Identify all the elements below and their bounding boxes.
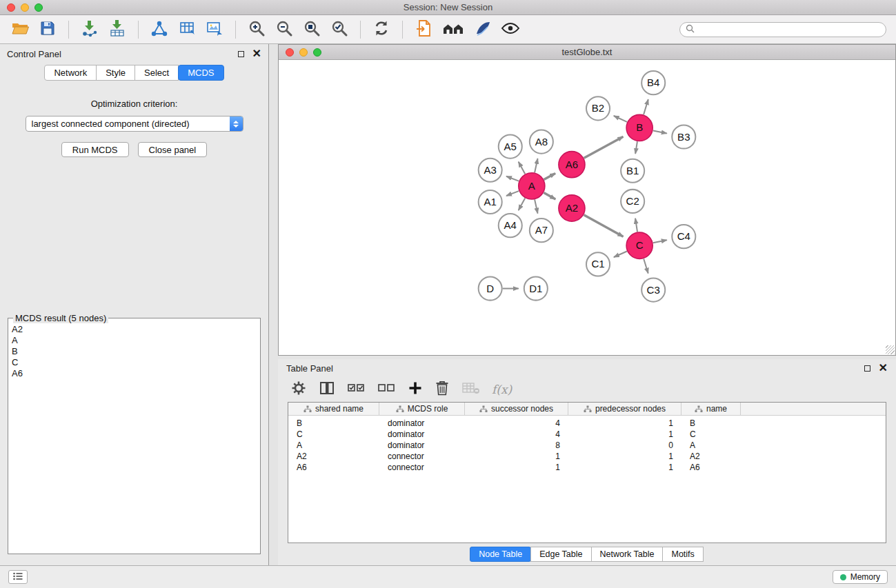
apply-layout-button[interactable]: [368, 19, 395, 41]
gear-icon[interactable]: [290, 380, 307, 399]
validate-button[interactable]: [470, 19, 496, 41]
add-table-button[interactable]: [174, 19, 200, 41]
network-canvas[interactable]: B4B2BB3A8A5A6A3B1AC2A1A2A4A7C4CC1DD1C3: [279, 60, 895, 355]
graph-edge-C-C4[interactable]: [653, 240, 667, 243]
mcds-result-item[interactable]: A6: [12, 368, 257, 379]
zoom-selected-button[interactable]: [326, 19, 352, 41]
mcds-result-item[interactable]: A: [12, 335, 257, 346]
graph-edge-C-C2[interactable]: [635, 219, 637, 232]
graph-node-B3[interactable]: B3: [672, 125, 695, 148]
select-column-icon[interactable]: [319, 380, 335, 399]
column-header-successor-nodes[interactable]: successor nodes: [465, 403, 568, 415]
tab-select[interactable]: Select: [135, 65, 179, 81]
mcds-result-item[interactable]: C: [12, 357, 257, 368]
new-network-button[interactable]: [146, 19, 172, 41]
graph-node-B[interactable]: B: [626, 114, 653, 141]
graph-edge-A2-C[interactable]: [584, 215, 623, 236]
graph-edge-A6-B[interactable]: [584, 136, 624, 158]
mcds-result-item[interactable]: A2: [12, 324, 257, 335]
delete-column-icon[interactable]: [435, 380, 450, 399]
graph-node-A[interactable]: A: [519, 173, 545, 199]
zoom-fit-button[interactable]: [299, 19, 325, 41]
network-zoom-button[interactable]: [313, 48, 321, 57]
tab-mcds[interactable]: MCDS: [178, 65, 223, 81]
add-column-icon[interactable]: [408, 381, 423, 398]
graph-node-C1[interactable]: C1: [586, 252, 610, 276]
network-graph[interactable]: B4B2BB3A8A5A6A3B1AC2A1A2A4A7C4CC1DD1C3: [279, 60, 895, 355]
table-row[interactable]: A6connector11A6: [288, 462, 886, 473]
close-window-button[interactable]: [7, 3, 15, 12]
column-header-mcds-role[interactable]: MCDS role: [379, 403, 465, 415]
zoom-out-button[interactable]: [271, 19, 297, 41]
graph-edge-C-C3[interactable]: [644, 258, 648, 273]
graph-edge-A-A5[interactable]: [519, 162, 526, 174]
tab-edge-table[interactable]: Edge Table: [530, 547, 591, 562]
graph-edge-B-B4[interactable]: [644, 99, 648, 114]
import-network-button[interactable]: [77, 19, 103, 41]
search-input[interactable]: [699, 25, 880, 34]
graph-edge-A-A7[interactable]: [535, 199, 537, 213]
window-titlebar[interactable]: Session: New Session: [0, 0, 896, 15]
graph-node-C3[interactable]: C3: [641, 278, 665, 301]
export-image-button[interactable]: [201, 19, 228, 41]
graph-node-A3[interactable]: A3: [479, 159, 502, 182]
graph-node-A8[interactable]: A8: [530, 130, 553, 153]
graph-node-A4[interactable]: A4: [499, 214, 522, 237]
float-table-panel-icon[interactable]: [864, 365, 870, 372]
graph-node-A1[interactable]: A1: [479, 190, 502, 214]
graph-edge-B-B3[interactable]: [653, 130, 667, 133]
graph-node-D1[interactable]: D1: [524, 276, 548, 300]
table-row[interactable]: Bdominator41B: [288, 418, 886, 429]
import-table-button[interactable]: [104, 19, 130, 41]
mcds-result-item[interactable]: B: [12, 346, 257, 357]
export-network-button[interactable]: [410, 19, 437, 41]
graph-node-C2[interactable]: C2: [621, 190, 644, 213]
graph-node-C[interactable]: C: [626, 232, 653, 258]
close-panel-icon[interactable]: ✕: [252, 48, 261, 59]
select-all-rows-icon[interactable]: [347, 381, 366, 398]
network-minimize-button[interactable]: [299, 48, 308, 57]
zoom-in-button[interactable]: [243, 19, 270, 41]
close-table-panel-icon[interactable]: ✕: [879, 363, 888, 374]
graph-node-C4[interactable]: C4: [672, 225, 695, 248]
table-row[interactable]: Cdominator41C: [288, 429, 886, 440]
open-session-button[interactable]: [7, 19, 33, 41]
home-button[interactable]: [438, 19, 468, 41]
graph-node-B1[interactable]: B1: [621, 159, 644, 183]
tab-node-table[interactable]: Node Table: [470, 547, 531, 562]
tab-style[interactable]: Style: [96, 65, 135, 81]
graph-edge-A-A4[interactable]: [519, 199, 526, 210]
graph-edge-A-A3[interactable]: [506, 176, 519, 181]
graph-node-A7[interactable]: A7: [530, 219, 553, 242]
graph-node-B2[interactable]: B2: [586, 97, 610, 120]
float-panel-icon[interactable]: [238, 51, 244, 57]
memory-button[interactable]: Memory: [833, 570, 888, 584]
graph-edge-A-A6[interactable]: [544, 173, 555, 179]
toggle-view-button[interactable]: [497, 19, 524, 41]
deselect-all-rows-icon[interactable]: [377, 381, 396, 398]
network-close-button[interactable]: [286, 48, 294, 57]
column-header-name[interactable]: name: [681, 403, 741, 415]
graph-node-B4[interactable]: B4: [641, 71, 665, 94]
table-row[interactable]: A2connector11A2: [288, 451, 886, 462]
graph-node-A2[interactable]: A2: [559, 195, 585, 221]
graph-edge-A-A8[interactable]: [535, 159, 537, 172]
graph-edge-A-A1[interactable]: [506, 191, 519, 196]
graph-edge-B-B2[interactable]: [614, 116, 627, 122]
optimization-select[interactable]: largest connected component (directed): [26, 116, 243, 132]
tab-network-table[interactable]: Network Table: [591, 547, 664, 562]
minimize-window-button[interactable]: [21, 3, 29, 12]
graph-node-A6[interactable]: A6: [559, 152, 585, 178]
table-row[interactable]: Adominator80A: [288, 440, 886, 451]
tab-network[interactable]: Network: [44, 65, 97, 81]
run-mcds-button[interactable]: Run MCDS: [61, 142, 129, 157]
graph-node-D[interactable]: D: [479, 276, 502, 300]
column-header-shared-name[interactable]: shared name: [288, 403, 379, 415]
save-session-button[interactable]: [34, 19, 61, 41]
tab-motifs[interactable]: Motifs: [662, 547, 703, 562]
graph-edge-C-C1[interactable]: [614, 251, 627, 257]
graph-edge-B-B1[interactable]: [635, 141, 637, 154]
zoom-window-button[interactable]: [34, 3, 43, 12]
task-history-button[interactable]: [8, 570, 28, 584]
network-window-titlebar[interactable]: testGlobe.txt: [279, 45, 895, 60]
